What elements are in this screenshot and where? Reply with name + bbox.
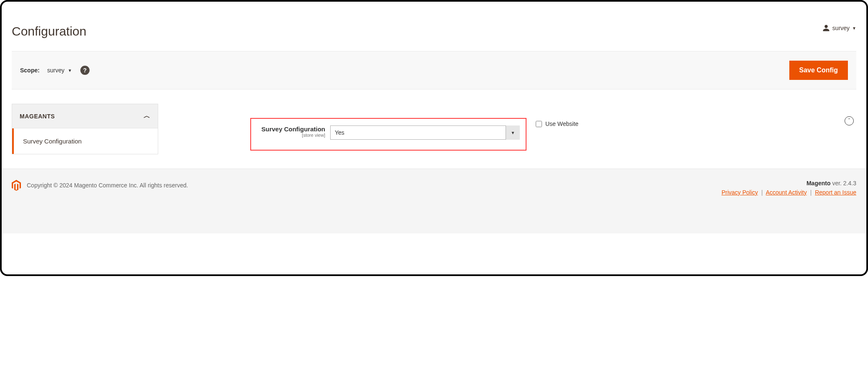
help-icon[interactable]: ? [80, 66, 90, 75]
scope-bar: Scope: survey ▼ ? Save Config [12, 51, 856, 90]
field-scope-note: [store view] [257, 133, 325, 138]
survey-configuration-select[interactable] [330, 125, 520, 140]
footer-links: Privacy Policy | Account Activity | Repo… [722, 189, 856, 196]
caret-down-icon: ▼ [852, 26, 856, 31]
scope-select[interactable]: survey ▼ [47, 67, 72, 74]
tab-group-mageants[interactable]: MAGEANTS ︿ [12, 104, 158, 128]
product-name: Magento [806, 180, 831, 187]
config-panel: ˆ Survey Configuration [store view] ▼ [158, 104, 856, 151]
account-activity-link[interactable]: Account Activity [766, 189, 807, 196]
version-text: ver. 2.4.3 [831, 180, 856, 187]
survey-configuration-select-wrap: ▼ [330, 125, 520, 140]
tab-item-survey-configuration[interactable]: Survey Configuration [12, 128, 158, 154]
field-label-column: Survey Configuration [store view] [257, 125, 330, 138]
tab-group-label: MAGEANTS [20, 113, 55, 120]
scope-label: Scope: [20, 67, 40, 74]
highlight-box: Survey Configuration [store view] ▼ [250, 118, 526, 151]
page-header: Configuration survey ▼ [12, 12, 856, 51]
page-frame: Configuration survey ▼ Scope: survey ▼ ?… [0, 0, 868, 276]
copyright-text: Copyright © 2024 Magento Commerce Inc. A… [27, 182, 188, 189]
footer-left: Copyright © 2024 Magento Commerce Inc. A… [12, 180, 188, 191]
chevron-up-icon: ︿ [144, 112, 151, 120]
admin-user-label: survey [832, 25, 850, 31]
scope-value: survey [47, 67, 64, 74]
use-website-checkbox[interactable] [536, 121, 542, 127]
main-columns: MAGEANTS ︿ Survey Configuration ˆ Survey… [12, 104, 856, 169]
tabs-group: MAGEANTS ︿ Survey Configuration [12, 104, 158, 154]
footer-right: Magento ver. 2.4.3 Privacy Policy | Acco… [722, 180, 856, 196]
tab-item-label: Survey Configuration [23, 138, 82, 145]
use-website-label: Use Website [545, 120, 578, 127]
page-title: Configuration [12, 24, 86, 38]
config-sidebar: MAGEANTS ︿ Survey Configuration [12, 104, 158, 154]
admin-user-menu[interactable]: survey ▼ [822, 24, 856, 32]
field-label: Survey Configuration [261, 125, 325, 133]
user-icon [822, 24, 830, 32]
content-area: Configuration survey ▼ Scope: survey ▼ ?… [2, 2, 866, 169]
collapse-section-button[interactable]: ˆ [845, 116, 854, 125]
save-config-button[interactable]: Save Config [789, 61, 848, 80]
use-website-field[interactable]: Use Website [536, 118, 578, 127]
report-issue-link[interactable]: Report an Issue [815, 189, 856, 196]
chevron-up-icon: ˆ [848, 118, 850, 123]
page-footer: Copyright © 2024 Magento Commerce Inc. A… [2, 169, 866, 233]
privacy-policy-link[interactable]: Privacy Policy [722, 189, 758, 196]
version-line: Magento ver. 2.4.3 [722, 180, 856, 187]
caret-down-icon: ▼ [68, 68, 72, 73]
magento-logo-icon [12, 180, 21, 191]
